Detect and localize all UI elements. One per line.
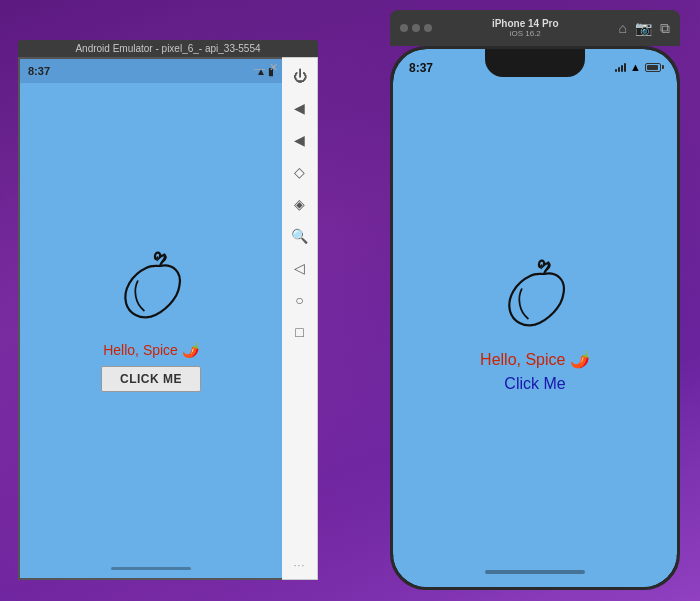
battery-icon [645,63,661,72]
home-icon[interactable]: ○ [290,290,310,310]
ios-content: Hello, Spice 🌶️ Click Me [393,93,677,557]
android-emulator-sidebar: ⏻ ◀ ◀ ◇ ◈ 🔍 ◁ ○ □ ··· [282,57,318,580]
more-icon[interactable]: ··· [294,560,305,571]
home-browser-icon[interactable]: ⌂ [619,20,627,37]
ios-screen: 8:37 ▲ [393,49,677,587]
android-title-text: Android Emulator - pixel_6_- api_33-5554 [75,43,260,54]
android-click-me-button[interactable]: CLICK ME [101,366,201,392]
close-icon[interactable]: — [254,62,265,74]
android-window: 8:37 ▲ ▮ — ✕ [18,57,318,580]
screenshot-browser-icon[interactable]: 📷 [635,20,652,37]
zoom-icon[interactable]: 🔍 [290,226,310,246]
ios-home-area [393,557,677,587]
ios-home-bar [485,570,585,574]
ios-device-name: iPhone 14 Pro [492,18,559,29]
ios-os-version: iOS 16.2 [510,29,541,38]
android-emulator: Android Emulator - pixel_6_- api_33-5554… [18,40,318,580]
android-status-bar: 8:37 ▲ ▮ [20,59,282,83]
android-time: 8:37 [28,65,50,77]
ios-browser-actions[interactable]: ⌂ 📷 ⧉ [619,20,670,37]
ios-browser-dots [400,24,432,32]
screenshot-icon[interactable]: ◈ [290,194,310,214]
android-close-button[interactable]: — ✕ [254,61,278,74]
close-icon[interactable]: ✕ [269,61,278,74]
ios-click-me-button[interactable]: Click Me [504,375,565,393]
android-title-bar: Android Emulator - pixel_6_- api_33-5554 [18,40,318,57]
power-icon[interactable]: ⏻ [290,66,310,86]
android-bottom-bar [20,558,282,578]
ios-hello-text: Hello, Spice 🌶️ [480,350,590,369]
ios-emulator: iPhone 14 Pro iOS 16.2 ⌂ 📷 ⧉ 8:37 [390,10,680,590]
wifi-icon: ▲ [630,61,641,73]
signal-icon [615,62,626,72]
copy-browser-icon[interactable]: ⧉ [660,20,670,37]
ios-dynamic-island [485,49,585,77]
ios-browser-title: iPhone 14 Pro iOS 16.2 [492,18,559,38]
back-icon[interactable]: ◁ [290,258,310,278]
android-content: Hello, Spice 🌶️ CLICK ME [20,83,282,558]
android-home-indicator [111,567,191,570]
ios-chili-pepper-icon [490,258,580,338]
chili-pepper-icon [106,250,196,330]
ios-notch-area: 8:37 ▲ [393,49,677,93]
android-screen: 8:37 ▲ ▮ — ✕ [18,57,282,580]
ios-phone-body: 8:37 ▲ [390,46,680,590]
volume-up-icon[interactable]: ◀ [290,98,310,118]
ios-status-icons: ▲ [615,61,661,73]
rotate-icon[interactable]: ◇ [290,162,310,182]
recents-icon[interactable]: □ [290,322,310,342]
browser-dot-3 [424,24,432,32]
volume-down-icon[interactable]: ◀ [290,130,310,150]
browser-dot-2 [412,24,420,32]
android-hello-text: Hello, Spice 🌶️ [103,342,199,358]
browser-dot-1 [400,24,408,32]
ios-time: 8:37 [409,61,433,75]
ios-browser-bar: iPhone 14 Pro iOS 16.2 ⌂ 📷 ⧉ [390,10,680,46]
